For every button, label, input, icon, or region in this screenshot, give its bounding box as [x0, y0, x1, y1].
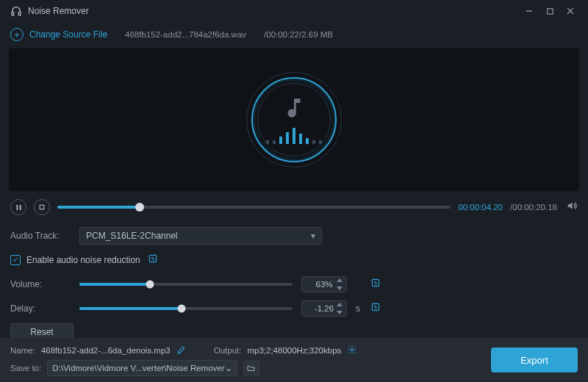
music-note-icon	[282, 96, 306, 123]
name-key: Name:	[10, 346, 35, 355]
noise-reduction-label: Enable audio noise reduction	[26, 255, 140, 265]
equalizer-icon	[266, 128, 322, 144]
current-time: 00:00:04.20	[458, 203, 503, 212]
output-key: Output:	[214, 346, 242, 355]
svg-rect-7	[19, 204, 21, 209]
volume-sync-icon[interactable]	[370, 278, 381, 290]
save-key: Save to:	[10, 364, 41, 372]
svg-marker-12	[337, 286, 343, 290]
plus-icon: +	[10, 28, 24, 41]
delay-sync-icon[interactable]	[370, 302, 381, 314]
delay-value-input[interactable]: -1.26	[301, 300, 347, 317]
svg-rect-1	[18, 12, 21, 15]
toolbar: + Change Source File 468fb152-add2...784…	[0, 22, 588, 47]
audio-track-label: Audio Track:	[10, 231, 71, 241]
headphones-icon	[10, 5, 22, 17]
pause-button[interactable]	[10, 199, 26, 215]
svg-rect-6	[16, 204, 18, 209]
stop-button[interactable]	[34, 199, 50, 215]
svg-marker-9	[568, 202, 573, 209]
close-button[interactable]	[560, 1, 581, 21]
playback-bar: 00:00:04.20/00:00:20.18	[10, 197, 578, 217]
preview-area	[9, 48, 579, 191]
save-path-value: D:\Vidmore\Vidmore V...verter\Noise Remo…	[52, 364, 224, 372]
audio-track-value: PCM_S16LE-2Channel	[86, 231, 178, 241]
sync-icon[interactable]	[148, 253, 158, 266]
svg-rect-8	[40, 205, 44, 209]
stepper-icon[interactable]	[337, 278, 344, 290]
svg-rect-16	[372, 303, 379, 310]
svg-rect-10	[149, 255, 156, 262]
delay-label: Delay:	[10, 303, 71, 314]
duration-time: /00:00:20.18	[510, 203, 557, 212]
seek-slider[interactable]	[57, 206, 451, 209]
volume-value-input[interactable]: 63%	[301, 276, 347, 292]
titlebar: Noise Remover	[0, 0, 588, 22]
open-folder-button[interactable]	[243, 361, 259, 375]
maximize-button[interactable]	[539, 1, 560, 21]
output-name: 468fb152-add2-...6da_denois.mp3	[41, 346, 171, 355]
stepper-icon[interactable]	[337, 303, 344, 314]
change-source-button[interactable]: + Change Source File	[10, 28, 107, 41]
source-meta: /00:00:22/2.69 MB	[264, 30, 333, 39]
volume-slider[interactable]	[79, 283, 293, 286]
change-source-label: Change Source File	[29, 29, 107, 40]
audio-track-select[interactable]: PCM_S16LE-2Channel ▾	[79, 227, 322, 245]
noise-reduction-checkbox[interactable]: ✓ Enable audio noise reduction	[10, 253, 158, 266]
svg-point-17	[351, 348, 354, 351]
chevron-down-icon: ▾	[311, 231, 315, 241]
svg-marker-15	[337, 311, 343, 314]
controls-panel: Audio Track: PCM_S16LE-2Channel ▾ ✓ Enab…	[10, 223, 578, 341]
export-button[interactable]: Export	[491, 347, 578, 372]
volume-label: Volume:	[10, 279, 71, 289]
app-title: Noise Remover	[28, 6, 89, 16]
edit-icon[interactable]	[176, 345, 186, 356]
check-icon: ✓	[10, 255, 21, 265]
delay-slider[interactable]	[79, 307, 293, 310]
minimize-button[interactable]	[519, 1, 539, 21]
output-format: mp3;2;48000Hz;320kbps	[247, 346, 341, 355]
footer: Name: 468fb152-add2-...6da_denois.mp3 Ou…	[0, 338, 588, 382]
source-filename: 468fb152-add2...784a2f6da.wav	[125, 30, 246, 39]
audio-visual-disc	[246, 72, 342, 167]
gear-icon[interactable]	[347, 345, 357, 356]
svg-rect-3	[547, 8, 552, 13]
delay-unit: s	[356, 303, 362, 314]
save-path-select[interactable]: D:\Vidmore\Vidmore V...verter\Noise Remo…	[47, 360, 237, 376]
svg-rect-13	[372, 279, 379, 286]
svg-marker-11	[337, 278, 343, 282]
chevron-down-icon: ⌄	[225, 363, 232, 373]
svg-marker-14	[337, 303, 343, 306]
svg-rect-0	[12, 12, 14, 15]
volume-icon[interactable]	[566, 200, 578, 215]
